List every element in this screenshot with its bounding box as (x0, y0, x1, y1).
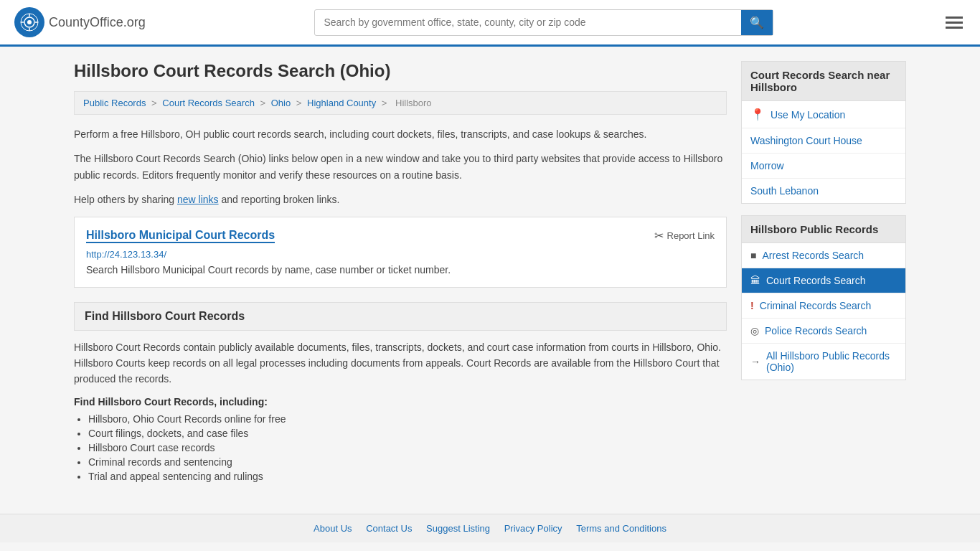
nearby-section: Court Records Search near Hillsboro 📍 Us… (741, 61, 906, 204)
public-records-items: ■ Arrest Records Search 🏛 Court Records … (741, 243, 906, 380)
nearby-link-south-lebanon[interactable]: South Lebanon (742, 179, 905, 203)
main-container: Hillsboro Court Records Search (Ohio) Pu… (60, 47, 920, 499)
record-url[interactable]: http://24.123.13.34/ (86, 249, 715, 260)
footer-suggest[interactable]: Suggest Listing (426, 523, 490, 534)
public-records-section: Hillsboro Public Records ■ Arrest Record… (741, 215, 906, 380)
police-icon: ◎ (750, 325, 759, 336)
breadcrumb-highland-county[interactable]: Highland County (307, 98, 376, 108)
main-content: Hillsboro Court Records Search (Ohio) Pu… (74, 61, 727, 485)
use-my-location[interactable]: 📍 Use My Location (742, 101, 905, 128)
new-links-link[interactable]: new links (177, 194, 219, 205)
search-icon: 🔍 (750, 17, 764, 29)
list-item: Hillsboro, Ohio Court Records online for… (88, 413, 727, 425)
search-button[interactable]: 🔍 (741, 10, 773, 35)
search-input[interactable] (315, 11, 741, 34)
logo-text: CountyOffice.org (49, 15, 146, 30)
list-item: Court filings, dockets, and case files (88, 428, 727, 439)
record-title-link[interactable]: Hillsboro Municipal Court Records (86, 229, 275, 243)
nearby-section-title: Court Records Search near Hillsboro (741, 61, 906, 101)
arrow-icon: → (750, 356, 760, 367)
record-description: Search Hillsboro Municipal Court records… (86, 264, 715, 276)
sidebar-item-arrest-records[interactable]: ■ Arrest Records Search (742, 243, 905, 268)
nearby-links: 📍 Use My Location Washington Court House… (741, 101, 906, 204)
find-including-title: Find Hillsboro Court Records, including: (74, 396, 727, 408)
footer-terms[interactable]: Terms and Conditions (576, 523, 666, 534)
scissors-icon: ✂ (654, 229, 664, 242)
sidebar: Court Records Search near Hillsboro 📍 Us… (741, 61, 906, 485)
svg-point-2 (27, 20, 32, 24)
breadcrumb: Public Records > Court Records Search > … (74, 91, 727, 115)
menu-icon-bar (946, 17, 963, 19)
nearby-link-washington[interactable]: Washington Court House (742, 128, 905, 154)
criminal-icon: ! (750, 300, 754, 311)
header: CountyOffice.org 🔍 (0, 0, 980, 47)
record-card: Hillsboro Municipal Court Records ✂ Repo… (74, 217, 727, 288)
search-bar: 🔍 (314, 9, 773, 36)
find-section-header: Find Hillsboro Court Records (74, 302, 727, 331)
page-title: Hillsboro Court Records Search (Ohio) (74, 61, 727, 81)
footer-about[interactable]: About Us (314, 523, 352, 534)
logo-icon (14, 7, 44, 37)
description-1: Perform a free Hillsboro, OH public cour… (74, 126, 727, 142)
breadcrumb-court-records-search[interactable]: Court Records Search (162, 98, 255, 108)
description-3: Help others by sharing new links and rep… (74, 192, 727, 207)
footer-privacy[interactable]: Privacy Policy (504, 523, 562, 534)
sidebar-item-court-records[interactable]: 🏛 Court Records Search (742, 268, 905, 293)
court-icon: 🏛 (750, 275, 760, 286)
list-item: Criminal records and sentencing (88, 456, 727, 468)
logo: CountyOffice.org (14, 7, 146, 37)
location-icon: 📍 (750, 108, 765, 121)
list-item: Hillsboro Court case records (88, 442, 727, 453)
public-records-title: Hillsboro Public Records (741, 215, 906, 243)
menu-icon-bar (946, 27, 963, 29)
menu-icon-bar (946, 22, 963, 24)
description-2: The Hillsboro Court Records Search (Ohio… (74, 151, 727, 183)
sidebar-item-police-records[interactable]: ◎ Police Records Search (742, 319, 905, 344)
arrest-icon: ■ (750, 250, 756, 261)
report-link[interactable]: ✂ Report Link (654, 229, 715, 242)
bullet-list: Hillsboro, Ohio Court Records online for… (74, 413, 727, 482)
footer-contact[interactable]: Contact Us (366, 523, 412, 534)
menu-button[interactable] (943, 14, 966, 32)
sidebar-item-criminal-records[interactable]: ! Criminal Records Search (742, 293, 905, 319)
sidebar-item-all-public-records[interactable]: → All Hillsboro Public Records (Ohio) (742, 344, 905, 380)
breadcrumb-hillsboro: Hillsboro (395, 98, 432, 108)
find-section-body: Hillsboro Court Records contain publicly… (74, 339, 727, 387)
breadcrumb-ohio[interactable]: Ohio (271, 98, 291, 108)
list-item: Trial and appeal sentencing and rulings (88, 471, 727, 482)
record-card-header: Hillsboro Municipal Court Records ✂ Repo… (86, 229, 715, 243)
breadcrumb-public-records[interactable]: Public Records (83, 98, 146, 108)
nearby-link-morrow[interactable]: Morrow (742, 154, 905, 179)
footer: About Us Contact Us Suggest Listing Priv… (0, 514, 980, 542)
